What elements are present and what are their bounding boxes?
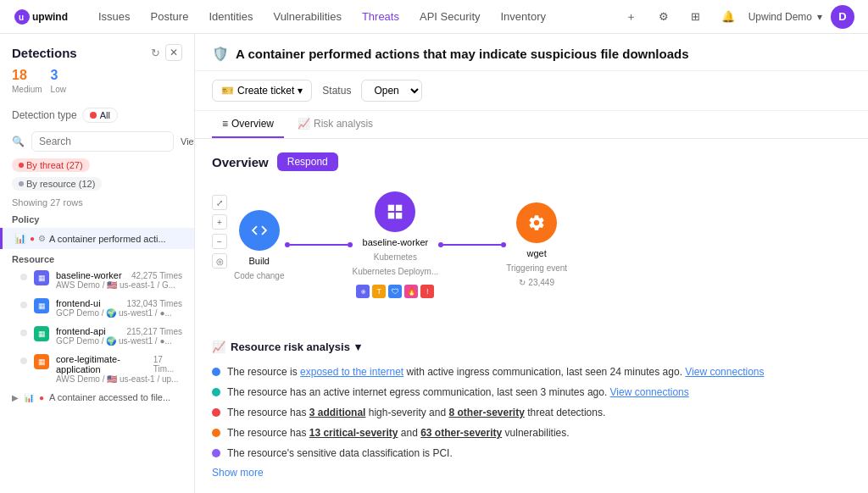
grid-icon[interactable]: ⊞ bbox=[684, 5, 708, 29]
search-input[interactable] bbox=[31, 131, 174, 152]
policy-column-header: Policy bbox=[0, 211, 194, 228]
respond-button[interactable]: Respond bbox=[277, 152, 338, 171]
svg-text:upwind: upwind bbox=[32, 11, 68, 23]
minus-button[interactable]: − bbox=[212, 234, 227, 249]
collapsed-detection-item[interactable]: ▶ 📊 ● A container accessed to file... bbox=[0, 388, 194, 407]
plus-button[interactable]: + bbox=[212, 214, 227, 230]
alert-icon-sm: ! bbox=[420, 285, 434, 298]
tab-overview[interactable]: ≡ Overview bbox=[212, 111, 284, 138]
target-button[interactable]: ◎ bbox=[212, 253, 227, 269]
status-select[interactable]: Open bbox=[361, 80, 422, 102]
risk-analysis-title[interactable]: 📈 Resource risk analysis ▾ bbox=[212, 341, 851, 353]
resource-column-header: Resource bbox=[0, 249, 194, 266]
medium-label: Medium bbox=[12, 85, 42, 94]
wget-circle bbox=[516, 202, 557, 243]
actions-row: 🎫 Create ticket ▾ Status Open bbox=[195, 71, 868, 111]
exposed-internet-link[interactable]: exposed to the internet bbox=[300, 366, 403, 378]
bell-icon[interactable]: 🔔 bbox=[716, 5, 740, 29]
create-ticket-label: Create ticket bbox=[237, 85, 294, 97]
resource-item-3[interactable]: ▦ core-legitimate-application 17 Tim... … bbox=[0, 350, 194, 388]
ticket-icon: 🎫 bbox=[221, 85, 234, 97]
app-logo[interactable]: u upwind bbox=[14, 8, 73, 25]
nav-identities[interactable]: Identities bbox=[200, 7, 261, 26]
resource-sub-2: GCP Demo / 🌍 us-west1 / ●... bbox=[56, 336, 182, 346]
nav-api-security[interactable]: API Security bbox=[411, 7, 489, 26]
threat-dot bbox=[19, 163, 24, 168]
resource-status-dot bbox=[20, 330, 27, 336]
red-circle-icon: ● bbox=[39, 393, 44, 402]
resource-icon-3: ▦ bbox=[34, 354, 49, 369]
gear-icon[interactable]: ⚙ bbox=[652, 5, 676, 29]
list-icon: ≡ bbox=[222, 118, 228, 130]
resource-status-dot bbox=[20, 274, 27, 280]
nav-issues[interactable]: Issues bbox=[90, 7, 139, 26]
alert-title: 🛡️ A container performed actions that ma… bbox=[212, 46, 851, 62]
badge-row: 18 Medium 3 Low bbox=[0, 68, 194, 102]
create-ticket-button[interactable]: 🎫 Create ticket ▾ bbox=[212, 80, 312, 102]
nav-posture[interactable]: Posture bbox=[142, 7, 198, 26]
baseline-worker-circle bbox=[375, 191, 415, 232]
diagram-controls: ⤢ + − ◎ bbox=[212, 195, 227, 269]
view-connections-link-1[interactable]: View connections bbox=[610, 386, 689, 398]
wget-sublabel: Triggering event bbox=[506, 263, 567, 273]
resource-info-1: frontend-ui 132,043 Times GCP Demo / 🌍 u… bbox=[56, 298, 182, 318]
user-label: Upwind Demo bbox=[748, 11, 812, 23]
flow-container: ⤢ + − ◎ Build Code change bbox=[212, 183, 851, 324]
expand-arrow-icon: ▶ bbox=[12, 393, 19, 402]
detection-item-active[interactable]: 📊 ● ⚙ A container performed acti... bbox=[0, 228, 194, 249]
13-critical-link[interactable]: 13 critical-severity bbox=[309, 427, 398, 439]
view-connections-link-0[interactable]: View connections bbox=[685, 366, 764, 378]
by-threat-tag[interactable]: By threat (27) bbox=[12, 158, 90, 172]
3-additional-link[interactable]: 3 additional bbox=[309, 407, 366, 418]
expand-button[interactable]: ⤢ bbox=[212, 195, 227, 210]
tab-overview-label: Overview bbox=[231, 118, 274, 130]
resource-sub-0: AWS Demo / 🇺🇸 us-east-1 / G... bbox=[56, 280, 182, 290]
resource-sub-1: GCP Demo / 🌍 us-west1 / ●... bbox=[56, 308, 182, 318]
risk-analysis-label: Resource risk analysis bbox=[231, 341, 350, 353]
risk-analysis-section: 📈 Resource risk analysis ▾ The resource … bbox=[212, 341, 851, 482]
resource-item-0[interactable]: ▦ baseline-worker 42,275 Times AWS Demo … bbox=[0, 266, 194, 294]
resource-count-2: 215,217 Times bbox=[126, 327, 182, 336]
wget-count: ↻ 23,449 bbox=[519, 278, 554, 287]
low-label: Low bbox=[51, 85, 66, 94]
connector-line bbox=[290, 244, 348, 246]
8-other-link[interactable]: 8 other-severity bbox=[448, 407, 524, 418]
red-icon: ● bbox=[30, 234, 35, 243]
detection-text: A container performed acti... bbox=[49, 234, 166, 244]
build-circle bbox=[239, 210, 280, 251]
baseline-worker-label: baseline-worker bbox=[363, 237, 429, 247]
plus-icon[interactable]: ＋ bbox=[620, 5, 643, 29]
chart-up-icon: 📈 bbox=[212, 341, 225, 353]
risk-text-2: The resource has 3 additional high-sever… bbox=[227, 407, 605, 418]
baseline-worker-subsub: Kubernetes Deploym... bbox=[353, 267, 439, 276]
nav-threats[interactable]: Threats bbox=[353, 7, 408, 26]
refresh-icon[interactable]: ↻ bbox=[151, 47, 160, 59]
t-icon: T bbox=[372, 285, 386, 298]
all-filter-button[interactable]: All bbox=[82, 108, 118, 123]
risk-item-3: The resource has 13 critical-severity an… bbox=[212, 423, 851, 443]
63-other-link[interactable]: 63 other-severity bbox=[420, 427, 502, 439]
resource-count-3: 17 Tim... bbox=[153, 355, 182, 374]
wget-count-value: 23,449 bbox=[528, 278, 554, 287]
repeat-icon: ↻ bbox=[519, 278, 526, 287]
wget-label: wget bbox=[527, 248, 547, 258]
resource-icon-1: ▦ bbox=[34, 298, 49, 313]
close-panel-button[interactable]: ✕ bbox=[165, 44, 182, 61]
views-button[interactable]: Views bbox=[181, 136, 195, 147]
nav-inventory[interactable]: Inventory bbox=[492, 7, 554, 26]
user-menu[interactable]: Upwind Demo ▾ bbox=[748, 11, 822, 23]
flow-connector-2 bbox=[438, 242, 506, 247]
resource-item-1[interactable]: ▦ frontend-ui 132,043 Times GCP Demo / 🌍… bbox=[0, 294, 194, 322]
resource-status-dot bbox=[20, 302, 27, 308]
avatar[interactable]: D bbox=[831, 5, 854, 29]
resource-icon-2: ▦ bbox=[34, 326, 49, 341]
by-resource-tag[interactable]: By resource (12) bbox=[12, 177, 102, 191]
risk-item-2: The resource has 3 additional high-sever… bbox=[212, 402, 851, 423]
tab-risk-analysis[interactable]: 📈 Risk analysis bbox=[287, 111, 383, 138]
nav-links: Issues Posture Identities Vulnerabilitie… bbox=[90, 7, 603, 26]
resource-item-2[interactable]: ▦ frontend-api 215,217 Times GCP Demo / … bbox=[0, 322, 194, 350]
nav-vulnerabilities[interactable]: Vulnerabilities bbox=[264, 7, 349, 26]
risk-text-1: The resource has an active internet egre… bbox=[227, 386, 689, 398]
risk-text-0: The resource is exposed to the internet … bbox=[227, 366, 764, 378]
show-more-button[interactable]: Show more bbox=[212, 463, 851, 482]
